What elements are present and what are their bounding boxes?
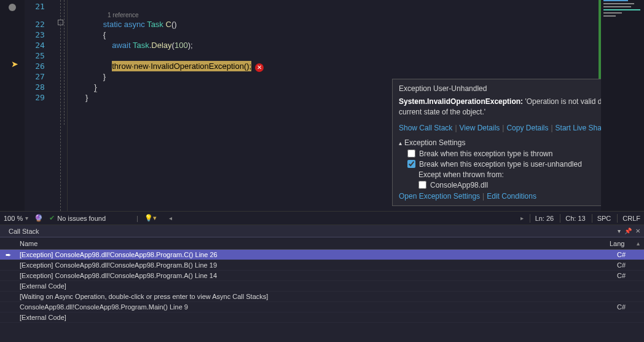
popup-title: Exception User-Unhandled	[399, 84, 487, 93]
line-number: 23	[25, 30, 55, 40]
call-stack-panel: Call Stack ▾ 📌 ✕ Name Lang ▴ ➨[Exception…	[0, 225, 644, 342]
frame-lang: C#	[617, 261, 642, 269]
frame-name: [External Code]	[14, 282, 617, 290]
frame-name: [Exception] ConsoleApp98.dll!ConsoleApp9…	[14, 261, 617, 269]
col-lang-header[interactable]: Lang	[610, 240, 634, 247]
line-number: 28	[25, 82, 55, 92]
editor-status-bar: 100 % ▾ 🔮 ✔No issues found | 💡▾ ◂ ▸ Ln: …	[0, 211, 644, 225]
break-when-unhandled-checkbox[interactable]	[407, 160, 415, 168]
frame-lang: C#	[617, 303, 642, 311]
frame-name: [Waiting on Async Operation, double-clic…	[14, 293, 617, 300]
call-stack-row[interactable]: ConsoleApp98.dll!ConsoleApp98.Program.Ma…	[0, 302, 644, 312]
frame-lang: C#	[617, 251, 642, 258]
exception-icon[interactable]: ✕	[255, 63, 264, 72]
frame-name: ConsoleApp98.dll!ConsoleApp98.Program.Ma…	[14, 303, 617, 311]
open-exception-settings-link[interactable]: Open Exception Settings	[399, 192, 480, 201]
frame-lang: C#	[617, 272, 642, 279]
scroll-up-icon[interactable]: ▴	[634, 240, 642, 247]
copy-details-link[interactable]: Copy Details	[506, 124, 548, 132]
code-line[interactable]: static async Task C()	[68, 19, 601, 30]
minimap[interactable]	[601, 0, 644, 211]
break-when-thrown-checkbox[interactable]	[407, 149, 415, 157]
breakpoint-gutter[interactable]: ➤	[0, 0, 25, 211]
edit-conditions-link[interactable]: Edit Conditions	[487, 192, 536, 201]
indent-indicator[interactable]: SPC	[592, 214, 611, 223]
call-stack-row[interactable]: [External Code]	[0, 281, 644, 292]
current-line-arrow-icon: ➤	[11, 59, 18, 69]
line-number: 26	[25, 61, 55, 71]
editor-area: ➤ 21 22 23 24 25 26 27 28 29 - 1 referen…	[0, 0, 644, 211]
code-editor[interactable]: 1 reference static async Task C() { awai…	[68, 0, 601, 211]
fold-toggle-icon[interactable]: -	[58, 20, 63, 25]
close-icon[interactable]: ✕	[635, 228, 640, 234]
eol-indicator[interactable]: CRLF	[617, 214, 640, 223]
pin-icon[interactable]: 📌	[624, 228, 632, 234]
code-line[interactable]	[68, 50, 601, 61]
call-stack-title: Call Stack	[4, 226, 44, 236]
line-number: 24	[25, 40, 55, 50]
frame-name: [External Code]	[14, 314, 617, 321]
line-col-indicator[interactable]: Ln: 26	[530, 214, 554, 223]
code-line[interactable]: {	[68, 30, 601, 40]
call-stack-row[interactable]: [Exception] ConsoleApp98.dll!ConsoleApp9…	[0, 271, 644, 281]
call-stack-row[interactable]: [Exception] ConsoleApp98.dll!ConsoleApp9…	[0, 260, 644, 271]
line-number: 27	[25, 71, 55, 82]
vs-icon: 🔮	[34, 214, 43, 222]
frame-name: [Exception] ConsoleApp98.dll!ConsoleApp9…	[14, 251, 617, 258]
view-details-link[interactable]: View Details	[460, 124, 500, 132]
col-name-header[interactable]: Name	[2, 240, 610, 247]
line-number: 22	[25, 19, 55, 30]
line-number: 25	[25, 50, 55, 61]
code-lens[interactable]: 1 reference	[68, 12, 601, 19]
zoom-level[interactable]: 100 % ▾	[4, 215, 28, 222]
code-line-current[interactable]: throw·new·InvalidOperationException();✕	[68, 61, 601, 71]
fold-gutter[interactable]: -	[55, 0, 68, 211]
call-stack-row[interactable]: [Waiting on Async Operation, double-clic…	[0, 292, 644, 302]
frame-name: [Exception] ConsoleApp98.dll!ConsoleApp9…	[14, 272, 617, 279]
except-item-checkbox[interactable]	[418, 181, 426, 189]
line-number: 21	[25, 1, 55, 12]
call-stack-row[interactable]: ➨[Exception] ConsoleApp98.dll!ConsoleApp…	[0, 250, 644, 260]
lightbulb-icon[interactable]: 💡▾	[144, 214, 157, 222]
line-number: 29	[25, 92, 55, 103]
window-dropdown-icon[interactable]: ▾	[618, 228, 621, 234]
call-stack-row[interactable]: [External Code]	[0, 312, 644, 323]
char-indicator[interactable]: Ch: 13	[560, 214, 585, 223]
line-number-gutter: 21 22 23 24 25 26 27 28 29	[25, 0, 55, 211]
call-stack-rows: ➨[Exception] ConsoleApp98.dll!ConsoleApp…	[0, 250, 644, 342]
scroll-left-icon[interactable]: ◂	[169, 215, 172, 221]
code-line[interactable]: await Task.Delay(100);	[68, 40, 601, 50]
issues-indicator[interactable]: ✔No issues found	[49, 214, 106, 222]
scroll-right-icon[interactable]: ▸	[520, 215, 524, 221]
show-call-stack-link[interactable]: Show Call Stack	[399, 124, 452, 132]
call-stack-titlebar[interactable]: Call Stack ▾ 📌 ✕	[0, 225, 644, 237]
call-stack-header: Name Lang ▴	[0, 237, 644, 250]
breakpoint-indicator-icon[interactable]	[9, 4, 16, 11]
current-frame-arrow-icon: ➨	[2, 251, 14, 259]
